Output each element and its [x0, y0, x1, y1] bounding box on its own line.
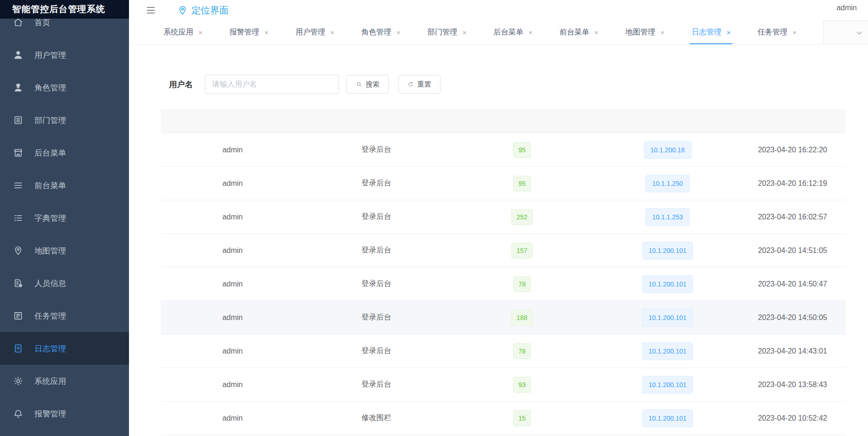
sidebar-item[interactable]: 角色管理 — [0, 71, 129, 104]
tab[interactable]: 系统应用 × — [163, 20, 203, 44]
table-row[interactable]: admin 登录后台 93 10.1.200.101 2023-04-20 13… — [161, 368, 846, 402]
username-cell: admin — [161, 381, 305, 389]
table-row[interactable]: admin 登录后台 78 10.1.200.101 2023-04-20 14… — [161, 334, 846, 368]
duration-badge: 95 — [513, 176, 531, 191]
table-row[interactable]: admin 登录后台 78 10.1.200.101 2023-04-20 14… — [161, 267, 846, 301]
tab[interactable]: 部门管理 × — [427, 20, 467, 44]
sidebar-item[interactable]: 部门管理 — [0, 104, 129, 136]
user-menu[interactable]: admin — [836, 0, 857, 12]
tab-label: 地图管理 — [625, 27, 655, 37]
duration-cell: 78 — [448, 343, 596, 359]
tab-label: 用户管理 — [296, 27, 326, 37]
username-cell: admin — [161, 146, 305, 154]
tab[interactable]: 日志管理 × — [692, 20, 731, 44]
tab-close-icon[interactable]: × — [331, 28, 335, 36]
tab[interactable]: 地图管理 × — [625, 20, 665, 44]
sidebar-item[interactable]: 人员信息 — [0, 267, 129, 300]
app-title: 智能管控后台管理系统 — [0, 0, 129, 19]
operation-cell: 登录后台 — [305, 313, 448, 322]
sidebar-item-label: 报警管理 — [34, 409, 66, 419]
table-row[interactable]: admin 登录后台 252 10.1.1.253 2023-04-20 16:… — [161, 200, 846, 234]
duration-badge: 78 — [513, 343, 531, 359]
sidebar-item[interactable]: 前台菜单 — [0, 169, 129, 202]
tab[interactable]: 后台菜单 × — [494, 20, 533, 44]
created-time-cell: 2023-04-20 16:02:57 — [739, 213, 846, 221]
tab-close-icon[interactable]: × — [660, 28, 665, 36]
search-button[interactable]: 搜索 — [346, 75, 389, 94]
duration-cell: 95 — [448, 176, 596, 191]
ip-badge: 10.1.200.101 — [642, 376, 693, 394]
ip-cell: 10.1.1.250 — [596, 175, 739, 192]
table-row[interactable]: admin 登录后台 188 10.1.200.101 2023-04-20 1… — [161, 301, 846, 334]
sidebar-item[interactable]: 字典管理 — [0, 202, 129, 234]
sidebar-item[interactable]: 地图管理 — [0, 234, 129, 267]
duration-badge: 78 — [513, 276, 531, 292]
username-cell: admin — [161, 179, 305, 188]
table-row[interactable]: admin 修改围栏 15 10.1.200.101 2023-04-20 10… — [161, 402, 846, 435]
ip-cell: 10.1.1.253 — [596, 208, 739, 226]
table-row[interactable]: admin 登录后台 95 10.1.1.250 2023-04-20 16:1… — [161, 167, 846, 200]
created-time-cell: 2023-04-20 10:52:42 — [739, 414, 846, 422]
ip-cell: 10.1.200.18 — [596, 141, 739, 159]
username-cell: admin — [161, 414, 305, 422]
ip-cell: 10.1.200.101 — [596, 409, 739, 427]
tab[interactable]: 前台菜单 × — [560, 20, 599, 44]
tab-label: 日志管理 — [692, 27, 721, 37]
ip-badge: 10.1.200.101 — [642, 409, 693, 427]
ip-badge: 10.1.200.18 — [644, 141, 692, 159]
sidebar-item-label: 部门管理 — [34, 115, 66, 126]
sidebar-item[interactable]: 后台菜单 — [0, 136, 129, 169]
tab-label: 任务管理 — [758, 27, 787, 37]
sidebar-item[interactable]: 用户管理 — [0, 39, 129, 71]
username-input[interactable] — [205, 75, 339, 94]
tab-close-icon[interactable]: × — [793, 28, 797, 36]
tab-close-icon[interactable]: × — [396, 28, 400, 36]
sidebar-item-label: 前台菜单 — [34, 180, 66, 191]
search-button-label: 搜索 — [366, 80, 380, 89]
tab-close-icon[interactable]: × — [595, 28, 599, 36]
tab-label: 前台菜单 — [560, 27, 590, 37]
username-cell: admin — [161, 347, 305, 355]
tab-close-icon[interactable]: × — [462, 28, 467, 36]
duration-badge: 95 — [513, 142, 531, 158]
duration-cell: 157 — [448, 243, 596, 259]
sidebar-item[interactable]: 任务管理 — [0, 300, 129, 332]
created-time-cell: 2023-04-20 14:50:47 — [739, 280, 846, 288]
ip-badge: 10.1.1.250 — [645, 175, 689, 192]
tab-close-icon[interactable]: × — [726, 28, 731, 36]
ip-badge: 10.1.200.101 — [642, 275, 693, 293]
table-row[interactable]: admin 登录后台 95 10.1.200.18 2023-04-20 16:… — [161, 133, 846, 167]
department-icon — [13, 115, 23, 125]
sidebar-item-label: 日志管理 — [34, 343, 66, 354]
task-icon — [13, 311, 23, 321]
tab-close-icon[interactable]: × — [529, 28, 533, 36]
tab-close-icon[interactable]: × — [264, 28, 269, 36]
chevron-down-icon — [855, 29, 863, 37]
sidebar-item[interactable]: 报警管理 — [0, 397, 129, 430]
tab[interactable]: 角色管理 × — [361, 20, 400, 44]
tab-close-icon[interactable]: × — [198, 28, 203, 36]
tab[interactable]: 用户管理 × — [296, 20, 335, 44]
username-label: 用户名 — [169, 79, 193, 90]
ip-cell: 10.1.200.101 — [596, 275, 739, 293]
tab[interactable]: 任务管理 × — [758, 20, 797, 44]
topbar: 定位界面 admin — [129, 0, 868, 20]
sidebar-item-label: 人员信息 — [34, 278, 66, 289]
tab[interactable]: 报警管理 × — [230, 20, 269, 44]
operation-cell: 登录后台 — [305, 145, 448, 155]
sidebar-item-label: 系统应用 — [34, 376, 66, 387]
table-row[interactable]: admin 登录后台 157 10.1.200.101 2023-04-20 1… — [161, 234, 846, 267]
operation-cell: 登录后台 — [305, 279, 448, 289]
operation-cell: 登录后台 — [305, 346, 448, 356]
duration-badge: 15 — [513, 410, 531, 426]
duration-cell: 78 — [448, 276, 596, 292]
sidebar-item[interactable]: 系统应用 — [0, 365, 129, 397]
hamburger-icon[interactable] — [145, 5, 157, 15]
reset-button[interactable]: 重置 — [398, 75, 441, 94]
locate-link[interactable]: 定位界面 — [177, 4, 229, 17]
sidebar-item-label: 地图管理 — [34, 245, 66, 256]
tabbar: 系统应用 × 报警管理 × 用户管理 × 角色管理 × 部门管理 × — [129, 20, 868, 45]
sidebar-item[interactable]: 日志管理 — [0, 332, 129, 365]
location-pin-icon — [177, 5, 188, 15]
tab-dropdown-button[interactable] — [823, 20, 868, 44]
